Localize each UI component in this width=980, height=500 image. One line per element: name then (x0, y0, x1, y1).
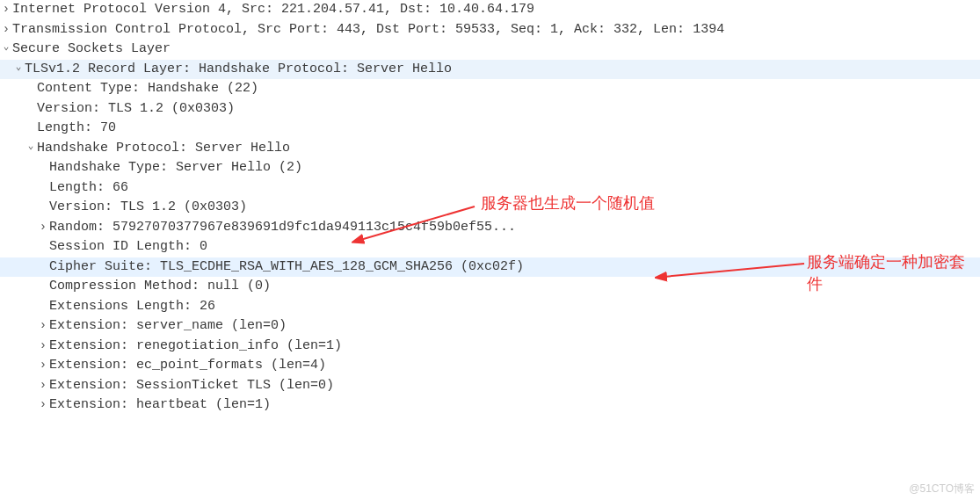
tree-row[interactable]: Extension: renegotiation_info (len=1) (0, 337, 980, 357)
chevron-right-icon[interactable] (37, 395, 49, 414)
tree-row[interactable]: Version: TLS 1.2 (0x0303) (0, 99, 980, 120)
tree-row-label: Version: TLS 1.2 (0x0303) (49, 198, 247, 218)
chevron-right-icon[interactable] (37, 376, 49, 395)
tree-row-label: Handshake Protocol: Server Hello (37, 139, 290, 159)
tree-row-label: Cipher Suite: TLS_ECDHE_RSA_WITH_AES_128… (49, 257, 524, 278)
tree-row[interactable]: Secure Sockets Layer (0, 40, 980, 60)
chevron-down-icon[interactable] (12, 60, 25, 75)
tree-row[interactable]: Extension: ec_point_formats (len=4) (0, 356, 980, 376)
chevron-right-icon[interactable] (0, 0, 12, 18)
tree-row[interactable]: Length: 66 (0, 178, 980, 199)
tree-row-label: Compression Method: null (0) (49, 277, 271, 297)
tree-row[interactable]: Random: 57927070377967e839691d9fc1da9491… (0, 218, 980, 238)
tree-row-label: Handshake Type: Server Hello (2) (49, 158, 302, 178)
tree-row-label: Random: 57927070377967e839691d9fc1da9491… (49, 218, 516, 238)
tree-row-label: Extension: renegotiation_info (len=1) (49, 337, 342, 357)
tree-row-label: Extension: SessionTicket TLS (len=0) (49, 376, 334, 396)
packet-tree: Internet Protocol Version 4, Src: 221.20… (0, 0, 980, 416)
chevron-down-icon[interactable] (25, 139, 37, 154)
tree-row[interactable]: Session ID Length: 0 (0, 237, 980, 257)
tree-row-label: Extension: server_name (len=0) (49, 316, 287, 337)
tree-row-label: Session ID Length: 0 (49, 237, 207, 257)
tree-row-label: Transmission Control Protocol, Src Port:… (12, 20, 724, 40)
tree-row[interactable]: Extensions Length: 26 (0, 297, 980, 317)
tree-row-label: Secure Sockets Layer (12, 40, 171, 60)
tree-row-label: TLSv1.2 Record Layer: Handshake Protocol… (25, 60, 452, 80)
tree-row-label: Extension: heartbeat (len=1) (49, 395, 271, 416)
chevron-right-icon[interactable] (37, 337, 49, 355)
tree-row[interactable]: Cipher Suite: TLS_ECDHE_RSA_WITH_AES_128… (0, 257, 980, 278)
tree-row[interactable]: Internet Protocol Version 4, Src: 221.20… (0, 0, 980, 20)
tree-row-label: Length: 66 (49, 178, 128, 199)
tree-row[interactable]: Extension: server_name (len=0) (0, 316, 980, 337)
tree-row[interactable]: TLSv1.2 Record Layer: Handshake Protocol… (0, 60, 980, 80)
tree-row[interactable]: Extension: heartbeat (len=1) (0, 395, 980, 416)
tree-row[interactable]: Compression Method: null (0) (0, 277, 980, 297)
tree-row-label: Content Type: Handshake (22) (37, 79, 258, 99)
tree-row-label: Extension: ec_point_formats (len=4) (49, 356, 326, 376)
watermark: @51CTO博客 (909, 481, 975, 496)
tree-row-label: Internet Protocol Version 4, Src: 221.20… (12, 0, 534, 20)
chevron-right-icon[interactable] (37, 218, 49, 236)
tree-row[interactable]: Handshake Type: Server Hello (2) (0, 158, 980, 178)
tree-row-label: Version: TLS 1.2 (0x0303) (37, 99, 235, 120)
tree-row[interactable]: Handshake Protocol: Server Hello (0, 139, 980, 159)
tree-row[interactable]: Length: 70 (0, 119, 980, 139)
chevron-right-icon[interactable] (37, 356, 49, 374)
chevron-right-icon[interactable] (0, 20, 12, 39)
tree-row[interactable]: Content Type: Handshake (22) (0, 79, 980, 99)
tree-row-label: Extensions Length: 26 (49, 297, 215, 317)
tree-row-label: Length: 70 (37, 119, 116, 139)
chevron-down-icon[interactable] (0, 40, 12, 54)
chevron-right-icon[interactable] (37, 316, 49, 335)
tree-row[interactable]: Extension: SessionTicket TLS (len=0) (0, 376, 980, 396)
tree-row[interactable]: Version: TLS 1.2 (0x0303) (0, 198, 980, 218)
tree-row[interactable]: Transmission Control Protocol, Src Port:… (0, 20, 980, 40)
